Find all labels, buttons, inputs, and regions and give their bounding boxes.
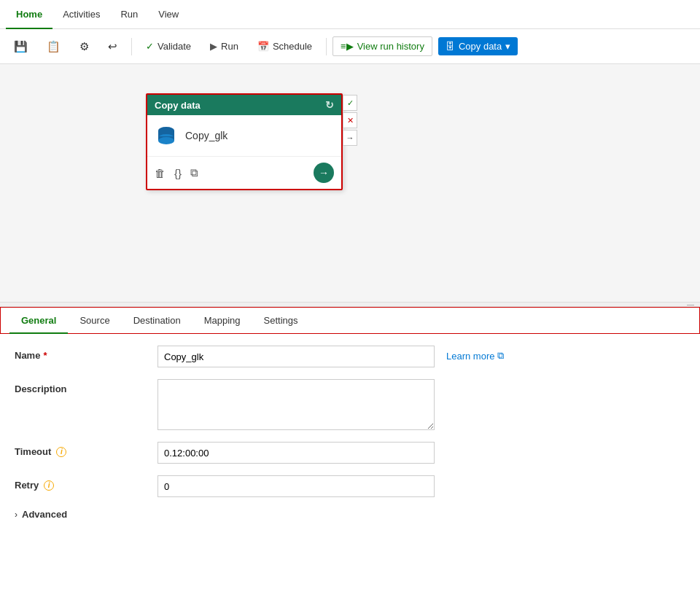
timeout-input[interactable] [158,442,435,464]
bottom-panel: — General Source Destination Mapping Set… [0,302,700,608]
undo-button[interactable]: ↩ [100,36,125,58]
learn-more-icon: ⧉ [497,350,504,362]
copy-data-dropdown-icon: ▾ [505,41,510,52]
view-history-icon: ≡▶ [341,41,354,52]
schedule-icon: 📅 [257,41,269,52]
copy-node-header: Copy data ↻ [147,95,341,115]
validate-button[interactable]: ✓ Validate [138,36,199,56]
node-action-icons: 🗑 {} ⧉ [155,166,198,179]
nav-tab-activities[interactable]: Activities [52,0,110,29]
node-side-actions: ✓ ✕ → [343,95,357,146]
schedule-label: Schedule [273,41,312,52]
copy-data-icon: 🗄 [446,41,455,52]
validate-label: Validate [158,41,191,52]
node-arrow-action[interactable]: → [343,130,357,146]
validate-checkmark-icon: ✓ [146,41,154,52]
undo-icon: ↩ [108,40,117,53]
copy-node-body: Copy_glk [147,115,341,157]
timeout-row: Timeout i [15,442,685,464]
settings-button[interactable]: ⚙ [71,36,97,58]
panel-tabs: General Source Destination Mapping Setti… [0,307,700,334]
copy-node-title: Copy data [155,100,201,111]
publish-button[interactable]: 📋 [39,36,69,58]
delete-node-icon[interactable]: 🗑 [155,167,166,179]
run-button[interactable]: ▶ Run [202,36,246,56]
copy-node-actions: 🗑 {} ⧉ → [147,157,341,189]
nav-tab-home[interactable]: Home [6,0,52,29]
description-row: Description [15,379,685,430]
advanced-row[interactable]: › Advanced [15,509,685,520]
resize-indicator: — [687,300,694,308]
node-go-button[interactable]: → [314,163,334,183]
refresh-icon: ↻ [325,99,334,111]
settings-icon: ⚙ [79,40,89,53]
copy-node-name: Copy_glk [185,130,228,141]
copy-node-icon[interactable]: ⧉ [190,166,198,179]
nav-bar: Home Activities Run View [0,0,700,29]
copy-data-label: Copy data [459,41,502,52]
tab-mapping[interactable]: Mapping [192,308,252,333]
view-run-history-button[interactable]: ≡▶ View run history [332,36,432,56]
svg-point-4 [158,137,174,144]
toolbar-divider-2 [326,38,327,55]
tab-destination[interactable]: Destination [122,308,192,333]
timeout-info-icon: i [56,447,66,457]
tab-general[interactable]: General [9,308,68,333]
name-row: Name * Learn more ⧉ [15,346,685,367]
save-icon: 💾 [14,40,28,53]
timeout-label: Timeout i [15,442,146,457]
learn-more-label: Learn more [446,351,494,362]
copy-data-node[interactable]: Copy data ↻ Copy_glk 🗑 {} ⧉ [146,93,343,190]
nav-tab-run[interactable]: Run [110,0,148,29]
tab-settings[interactable]: Settings [252,308,310,333]
learn-more-link[interactable]: Learn more ⧉ [446,346,504,362]
copy-data-button[interactable]: 🗄 Copy data ▾ [438,37,518,55]
code-node-icon[interactable]: {} [174,167,182,179]
name-required: * [43,350,47,361]
description-input[interactable] [158,379,435,430]
nav-tab-view[interactable]: View [148,0,189,29]
canvas-area[interactable]: Copy data ↻ Copy_glk 🗑 {} ⧉ [0,64,700,334]
view-run-history-label: View run history [357,41,424,52]
database-icon [155,124,178,147]
run-label: Run [221,41,238,52]
retry-info-icon: i [44,480,54,491]
toolbar: 💾 📋 ⚙ ↩ ✓ Validate ▶ Run 📅 Schedule ≡▶ V… [0,29,700,64]
retry-label: Retry i [15,475,146,491]
node-go-icon: → [319,167,329,179]
retry-row: Retry i [15,475,685,497]
save-button[interactable]: 💾 [6,36,36,58]
name-label: Name * [15,346,146,361]
node-close-action[interactable]: ✕ [343,112,357,128]
run-icon: ▶ [210,41,217,52]
tab-source[interactable]: Source [68,308,121,333]
retry-input[interactable] [158,475,435,497]
advanced-label: Advanced [22,509,67,520]
publish-icon: 📋 [47,40,61,53]
schedule-button[interactable]: 📅 Schedule [249,36,320,56]
name-input[interactable] [158,346,435,367]
advanced-chevron-icon: › [15,510,18,520]
description-label: Description [15,379,146,394]
node-check-action[interactable]: ✓ [343,95,357,111]
form-area: Name * Learn more ⧉ Description Timeout … [0,334,700,603]
toolbar-divider [131,38,132,55]
